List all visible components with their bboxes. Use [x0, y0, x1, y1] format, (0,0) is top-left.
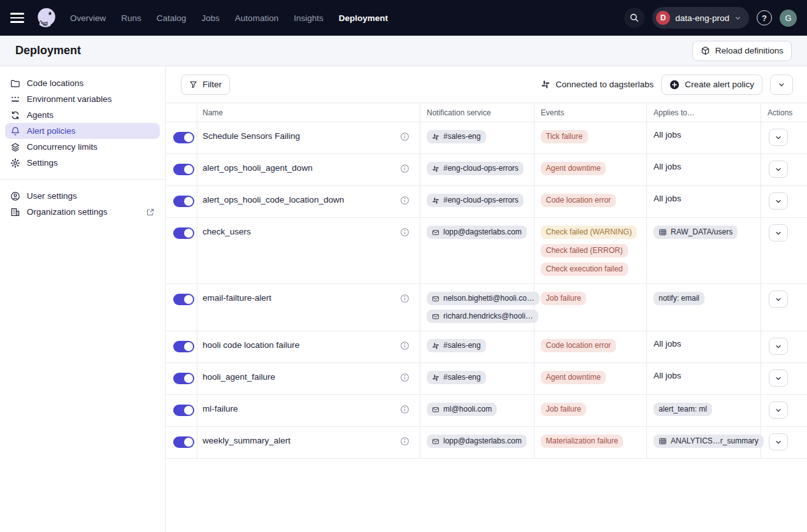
row-actions-button[interactable]: [769, 401, 788, 419]
notification-label: richard.hendricks@hooli…: [443, 312, 533, 320]
policy-name: alert_ops_hooli_agent_down: [203, 163, 313, 173]
table-row: Schedule Sensors Failing#sales-engTick f…: [166, 122, 807, 154]
sidebar-item-organization-settings[interactable]: Organization settings: [5, 204, 160, 220]
nav-link-automation[interactable]: Automation: [235, 13, 278, 23]
create-alert-policy-button[interactable]: Create alert policy: [661, 75, 762, 95]
policy-name: hooli_agent_failure: [203, 372, 275, 382]
table-row: check_userslopp@dagsterlabs.comCheck fai…: [166, 218, 807, 284]
notification-label: lopp@dagsterlabs.com: [443, 228, 522, 236]
policy-name: alert_ops_hooli_code_location_down: [203, 195, 344, 205]
event-pill: Job failure: [541, 403, 586, 416]
deployment-name: data-eng-prod: [675, 13, 729, 23]
event-pill: Agent downtime: [541, 371, 606, 384]
policy-name: weekly_summary_alert: [203, 436, 290, 445]
sidebar-item-agents[interactable]: Agents: [5, 107, 160, 123]
notification-label: #sales-eng: [443, 341, 481, 350]
policy-enabled-toggle[interactable]: [173, 164, 194, 175]
info-icon[interactable]: [400, 341, 410, 350]
reload-definitions-label: Reload definitions: [715, 46, 783, 55]
filter-button[interactable]: Filter: [181, 75, 230, 95]
info-icon[interactable]: [400, 373, 410, 382]
help-icon[interactable]: ?: [757, 10, 772, 25]
sidebar-item-settings[interactable]: Settings: [5, 155, 160, 171]
info-icon[interactable]: [400, 196, 410, 205]
sidebar-item-concurrency-limits[interactable]: Concurrency limits: [5, 139, 160, 155]
bell-icon: [10, 126, 20, 136]
sidebar-item-label: Code locations: [27, 78, 83, 88]
applies-to-pill: notify: email: [653, 292, 704, 305]
row-actions-button[interactable]: [769, 433, 788, 450]
policy-name: ml-failure: [203, 404, 238, 413]
table-header-row: NameNotification serviceEventsApplies to…: [166, 103, 807, 122]
info-icon[interactable]: [400, 132, 410, 141]
email-icon: [432, 229, 439, 236]
email-icon: [432, 313, 439, 320]
row-actions-button[interactable]: [769, 370, 788, 387]
deployment-switcher[interactable]: D data-eng-prod: [652, 7, 749, 29]
nav-link-runs[interactable]: Runs: [121, 13, 141, 23]
policy-enabled-toggle[interactable]: [173, 341, 194, 352]
nav-link-catalog[interactable]: Catalog: [157, 13, 187, 23]
slack-icon: [432, 342, 439, 350]
info-icon[interactable]: [400, 436, 410, 446]
more-actions-button[interactable]: [770, 75, 793, 95]
policy-enabled-toggle[interactable]: [173, 436, 194, 448]
external-link-icon[interactable]: [146, 208, 155, 217]
nav-link-overview[interactable]: Overview: [70, 13, 106, 23]
reload-package-icon: [701, 46, 710, 55]
reload-definitions-button[interactable]: Reload definitions: [692, 41, 792, 61]
info-icon[interactable]: [400, 405, 410, 414]
policy-enabled-toggle[interactable]: [173, 227, 194, 239]
row-actions-button[interactable]: [769, 224, 788, 241]
hamburger-menu-icon[interactable]: [10, 10, 25, 25]
sidebar-item-label: Settings: [27, 158, 58, 168]
email-notification-pill: lopp@dagsterlabs.com: [427, 226, 527, 239]
slack-icon: [432, 374, 439, 382]
event-pill: Job failure: [541, 292, 586, 305]
sidebar-item-label: Alert policies: [27, 126, 76, 136]
event-pill: Materialization failure: [541, 435, 623, 448]
notification-label: ml@hooli.com: [443, 405, 492, 413]
notification-label: #sales-eng: [443, 373, 481, 382]
row-actions-button[interactable]: [769, 291, 788, 308]
applies-to-text: All jobs: [653, 130, 682, 140]
chevron-down-icon: [734, 15, 741, 22]
nav-link-deployment[interactable]: Deployment: [339, 13, 388, 23]
sidebar-item-code-locations[interactable]: Code locations: [5, 75, 160, 91]
policy-enabled-toggle[interactable]: [173, 196, 194, 207]
column-header-name: Name: [197, 103, 420, 122]
policy-enabled-toggle[interactable]: [173, 294, 194, 305]
sidebar-item-environment-variables[interactable]: Environment variables: [5, 91, 160, 107]
nav-link-insights[interactable]: Insights: [294, 13, 324, 23]
table-row: alert_ops_hooli_code_location_down#eng-c…: [166, 186, 807, 218]
row-actions-button[interactable]: [769, 161, 788, 178]
table-row: weekly_summary_alertlopp@dagsterlabs.com…: [166, 427, 807, 459]
info-icon[interactable]: [400, 227, 410, 237]
email-icon: [432, 406, 439, 413]
nav-link-jobs[interactable]: Jobs: [201, 13, 220, 23]
sidebar-item-alert-policies[interactable]: Alert policies: [5, 123, 160, 139]
info-icon[interactable]: [400, 294, 410, 303]
column-header-notification-service: Notification service: [420, 103, 534, 122]
search-icon[interactable]: [624, 8, 645, 28]
policy-enabled-toggle[interactable]: [173, 405, 194, 416]
row-actions-button[interactable]: [769, 129, 788, 146]
row-actions-button[interactable]: [769, 192, 788, 210]
row-actions-button[interactable]: [769, 338, 788, 355]
column-header-actions: Actions: [761, 103, 807, 122]
notification-label: #eng-cloud-ops-errors: [443, 164, 518, 173]
applies-to-pill: ANALYTICS…r_summary: [653, 435, 764, 448]
policy-enabled-toggle[interactable]: [173, 373, 194, 384]
user-avatar[interactable]: G: [780, 10, 797, 27]
sidebar-item-label: User settings: [27, 191, 77, 201]
deployment-badge: D: [656, 11, 670, 25]
info-icon[interactable]: [400, 164, 410, 173]
column-header-applies-to: Applies to…: [647, 103, 761, 122]
table-row: ml-failureml@hooli.comJob failurealert_t…: [166, 395, 807, 427]
event-pill: Check execution failed: [541, 262, 628, 276]
slack-icon: [432, 197, 439, 205]
policy-enabled-toggle[interactable]: [173, 132, 194, 143]
event-pill: Agent downtime: [541, 162, 606, 175]
dagster-logo-icon[interactable]: [34, 6, 59, 30]
sidebar-item-user-settings[interactable]: User settings: [5, 188, 160, 204]
